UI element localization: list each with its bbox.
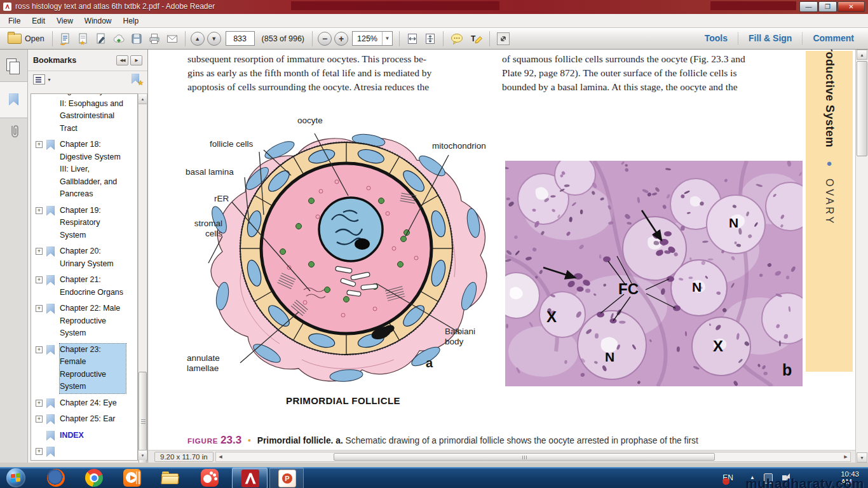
powerpoint-taskbar-button[interactable] [269,468,304,488]
scroll-up-icon[interactable]: ▲ [139,94,147,104]
expander-plus-icon[interactable]: + [36,276,43,283]
firefox-taskbar-icon[interactable] [47,469,65,487]
sign-document-button[interactable] [92,30,110,47]
fit-width-button[interactable] [403,30,421,47]
previous-page-button[interactable]: ▲ [191,32,205,46]
bookmarks-panel-toggle[interactable] [0,81,27,118]
fullscreen-arrows-icon [496,31,511,46]
bookmark-icon [46,414,55,424]
bookmark-item[interactable]: + Chapter 24: Eye [31,397,137,410]
collapse-panel-icon[interactable]: ◀◀ [116,55,128,65]
adobe-reader-taskbar-button[interactable] [232,468,268,488]
zoom-out-button[interactable]: − [318,32,332,46]
scrollbar-thumb[interactable] [334,453,715,461]
save-button[interactable] [128,30,146,47]
upload-cloud-icon [112,32,126,46]
figure-micrograph: N N N FC X X b [505,161,803,386]
page-number-input[interactable]: 833 [226,31,255,46]
highlight-text-button[interactable]: T [466,30,485,47]
email-button[interactable] [163,30,181,47]
tab-fill-sign[interactable]: Fill & Sign [738,32,802,45]
next-page-button[interactable]: ▼ [207,32,221,46]
micrograph-label-n: N [605,349,614,365]
expander-plus-icon[interactable]: + [36,400,43,407]
expander-plus-icon[interactable]: + [36,207,43,214]
vertical-scrollbar[interactable]: ▲ ▼ [855,50,868,463]
chrome-taskbar-icon[interactable] [85,469,103,487]
expander-plus-icon[interactable]: + [36,141,43,148]
horizontal-scrollbar[interactable]: ◀ ▶ [215,452,851,462]
bookmark-item[interactable]: Digestive System II: Esophagus and Gastr… [31,93,137,135]
caption-figure-number: 23.3 [220,434,241,446]
menu-file[interactable]: File [3,15,26,27]
bookmarks-scrollbar[interactable]: ▲ ▼ [138,93,147,461]
caption-lead: Primordial follicle. a. [257,436,343,445]
fullscreen-button[interactable] [494,30,513,47]
tab-comment[interactable]: Comment [802,32,864,45]
adobe-reader-icon [241,470,259,487]
expander-plus-icon[interactable]: + [36,448,43,455]
svg-text:★: ★ [79,39,86,46]
bookmark-icon [46,447,55,457]
scroll-right-icon[interactable]: ▶ [841,452,850,461]
menu-edit[interactable]: Edit [26,15,51,27]
bookmark-item-index[interactable]: INDEX [31,430,137,442]
bookmark-options-icon[interactable] [33,74,45,85]
open-folder-icon [8,34,22,44]
expander-plus-icon[interactable]: + [36,248,43,255]
open-button[interactable]: Open [4,29,48,48]
bookmark-item[interactable]: + Chapter 18: Digestive System III: Live… [31,139,137,201]
bookmark-icon [46,304,55,314]
zoom-in-button[interactable]: + [334,32,348,46]
menu-view[interactable]: View [51,15,79,27]
menu-help[interactable]: Help [118,15,145,27]
screen: ross histology text and atlas 6th txtbk … [0,0,868,488]
upload-document-button[interactable] [110,30,128,47]
restore-button[interactable]: ❐ [818,1,837,12]
minimize-button[interactable]: — [799,1,818,12]
bookmark-item[interactable]: + Chapter 20: Urinary System [31,245,137,270]
add-comment-button[interactable] [447,30,466,47]
gom-player-taskbar-icon[interactable] [201,469,219,487]
expander-plus-icon[interactable]: + [36,416,43,423]
bookmark-item[interactable]: + Chapter 22: Male Reproductive System [31,302,137,340]
bookmark-item[interactable]: + Chapter 21: Endocrine Organs [31,274,137,299]
bookmark-item[interactable]: + Chapter 19: Respiratory System [31,205,137,242]
print-button[interactable] [146,30,163,47]
comment-bubble-icon [449,32,465,46]
file-explorer-taskbar-icon[interactable] [161,469,179,487]
chevron-down-icon[interactable]: ▼ [382,32,392,45]
star-icon: ★ [137,79,144,87]
document-status-bar: 9.20 x 11.70 in ◀ ▶ [148,450,855,463]
bookmark-item[interactable]: + Chapter 25: Ear [31,413,137,426]
print-icon [147,32,161,46]
bookmark-item-selected[interactable]: + Chapter 23: Female Reproductive System [31,344,137,393]
scroll-down-icon[interactable]: ▼ [857,452,867,463]
scroll-down-icon[interactable]: ▼ [139,450,147,460]
expander-plus-icon[interactable]: + [36,305,43,312]
close-button[interactable]: ✕ [837,1,865,12]
new-bookmark-button[interactable]: ★ [131,74,142,85]
page-thumbnails-icon[interactable] [6,58,17,71]
page-count-label: (853 of 996) [262,34,304,43]
create-pdf-button[interactable]: ★ [74,30,92,47]
attachments-paperclip-icon[interactable] [8,123,20,140]
menu-window[interactable]: Window [79,15,118,27]
export-pdf-button[interactable] [57,30,74,47]
scroll-up-icon[interactable]: ▲ [857,50,867,60]
start-button[interactable] [6,468,25,487]
save-floppy-icon [130,32,144,46]
titlebar-dark-band [291,1,499,10]
chevron-down-icon[interactable]: ▼ [47,78,131,82]
export-pdf-icon [58,32,72,46]
scroll-left-icon[interactable]: ◀ [216,452,225,461]
fit-page-button[interactable] [421,30,439,47]
expand-panel-icon[interactable]: ▶ [130,55,142,65]
expander-plus-icon[interactable]: + [36,346,43,353]
label-stromal-cells: stromal cells [186,219,222,238]
tab-tools[interactable]: Tools [695,32,738,45]
media-player-taskbar-icon[interactable] [123,469,141,487]
label-rer: rER [214,194,229,204]
zoom-level-select[interactable]: 125% ▼ [352,31,393,46]
scrollbar-thumb[interactable] [857,61,867,156]
